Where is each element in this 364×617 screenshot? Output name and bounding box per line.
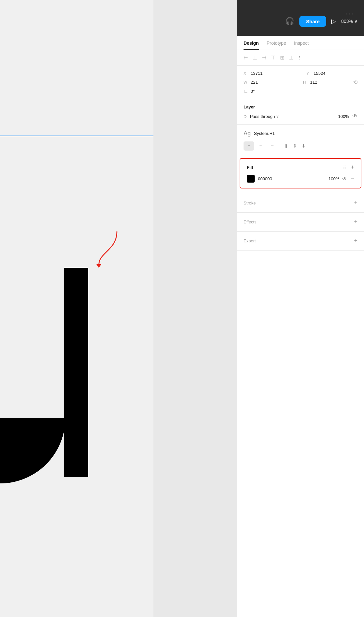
share-button[interactable]: Share [299, 16, 326, 27]
y-value[interactable]: 15524 [314, 71, 358, 76]
zoom-label[interactable]: 803% ∨ [341, 19, 357, 24]
layer-visibility-icon[interactable]: 👁 [352, 113, 357, 119]
svg-marker-0 [96, 264, 101, 268]
tab-prototype[interactable]: Prototype [267, 41, 286, 50]
stroke-add-button[interactable]: + [354, 200, 357, 206]
x-label: X [244, 71, 248, 76]
right-panel: ··· 🎧 Share ▷ 803% ∨ Design Prototype In… [237, 0, 364, 617]
zoom-value: 803% [341, 19, 353, 24]
effects-section: Effects + [237, 213, 364, 232]
fill-opacity-value[interactable]: 100% [328, 176, 339, 181]
fill-visibility-icon[interactable]: 👁 [342, 176, 347, 182]
play-icon[interactable]: ▷ [331, 18, 336, 25]
headphone-icon[interactable]: 🎧 [285, 17, 294, 25]
text-toolbar: ≡ ≡ ≡ ⬆ ⇕ ⬇ ··· [244, 141, 357, 151]
font-name[interactable]: System.H1 [254, 131, 275, 136]
align-center-h-icon[interactable]: ⊥ [253, 55, 257, 61]
blend-mode-chevron: ∨ [276, 114, 279, 119]
effects-add-button[interactable]: + [354, 219, 357, 225]
typography-icon: Ag [244, 130, 251, 137]
zoom-chevron: ∨ [354, 19, 357, 24]
wh-row: W 221 H 112 ⟲ [244, 79, 357, 85]
canvas-black-arc [0, 418, 65, 483]
align-center-text-button[interactable]: ≡ [255, 141, 266, 151]
stroke-title: Stroke [244, 201, 256, 205]
top-bar: ··· 🎧 Share ▷ 803% ∨ [237, 0, 364, 36]
align-bottom-icon[interactable]: ⊥ [289, 55, 293, 61]
w-label: W [244, 80, 248, 85]
export-section: Export + [237, 232, 364, 251]
stroke-section: Stroke + [237, 194, 364, 213]
lock-proportions-icon[interactable]: ⟲ [353, 79, 357, 85]
text-align-toolbar: ≡ ≡ ≡ [244, 141, 277, 151]
y-label: Y [307, 71, 311, 76]
alignment-toolbar: ⊢ ⊥ ⊣ ⊤ ⊞ ⊥ ⫶ [237, 50, 364, 66]
layer-section: Layer ○ Pass through ∨ 100% 👁 [237, 99, 364, 125]
fill-actions: ⠿ + [343, 164, 354, 171]
export-title: Export [244, 238, 256, 243]
tab-inspect[interactable]: Inspect [294, 41, 309, 50]
angle-icon: ∟ [244, 89, 248, 94]
top-bar-inner: 🎧 Share ▷ 803% ∨ [285, 16, 357, 27]
align-center-v-icon[interactable]: ⊞ [280, 55, 284, 61]
panel-tabs: Design Prototype Inspect [237, 36, 364, 50]
layer-row: ○ Pass through ∨ 100% 👁 [244, 113, 357, 119]
section-gap [237, 190, 364, 194]
xy-row: X 13711 Y 15524 [244, 71, 357, 76]
layer-opacity[interactable]: 100% [338, 114, 349, 119]
valign-bottom-icon[interactable]: ⬇ [300, 142, 307, 150]
text-vertical-toolbar: ⬆ ⇕ ⬇ [283, 142, 307, 150]
tab-design[interactable]: Design [244, 41, 259, 50]
align-right-text-button[interactable]: ≡ [267, 141, 277, 151]
layer-title: Layer [244, 105, 357, 109]
fill-color-swatch[interactable] [247, 175, 255, 183]
canvas-blue-line [0, 136, 153, 136]
text-more-options[interactable]: ··· [309, 143, 313, 149]
blend-mode-selector[interactable]: Pass through ∨ [250, 114, 335, 119]
export-add-button[interactable]: + [354, 237, 357, 244]
angle-row: ∟ 0° [244, 89, 357, 94]
red-arrow-annotation [91, 229, 127, 268]
fill-hex-value[interactable]: 000000 [258, 176, 325, 181]
fill-add-button[interactable]: + [351, 164, 354, 171]
type-header: Ag System.H1 [244, 130, 357, 137]
effects-title: Effects [244, 219, 257, 224]
align-left-icon[interactable]: ⊢ [244, 55, 248, 61]
coordinates-section: X 13711 Y 15524 W 221 H 112 ⟲ ∟ 0° [237, 66, 364, 99]
fill-header: Fill ⠿ + [247, 164, 354, 171]
fill-section-wrapper: Fill ⠿ + 000000 100% 👁 − [237, 156, 364, 190]
fill-section: Fill ⠿ + 000000 100% 👁 − [240, 158, 361, 188]
align-top-icon[interactable]: ⊤ [271, 55, 276, 61]
valign-middle-icon[interactable]: ⇕ [292, 142, 298, 150]
h-value[interactable]: 112 [310, 80, 351, 85]
align-left-text-button[interactable]: ≡ [244, 141, 254, 151]
menu-dots[interactable]: ··· [346, 10, 354, 17]
fill-row: 000000 100% 👁 − [247, 175, 354, 183]
blend-mode-icon: ○ [244, 113, 247, 119]
angle-value[interactable]: 0° [251, 89, 357, 94]
fill-dots-icon[interactable]: ⠿ [343, 165, 346, 170]
canvas-black-rect [64, 268, 88, 477]
fill-title: Fill [247, 165, 253, 170]
typography-section: Ag System.H1 ≡ ≡ ≡ ⬆ ⇕ ⬇ ··· [237, 125, 364, 156]
bottom-area [237, 251, 364, 617]
fill-remove-button[interactable]: − [351, 175, 354, 182]
blend-mode-value: Pass through [250, 114, 275, 119]
x-value[interactable]: 13711 [251, 71, 295, 76]
canvas-area [0, 0, 153, 617]
valign-top-icon[interactable]: ⬆ [283, 142, 290, 150]
distribute-icon[interactable]: ⫶ [298, 55, 301, 61]
align-right-icon[interactable]: ⊣ [262, 55, 266, 61]
w-value[interactable]: 221 [251, 80, 291, 85]
h-label: H [303, 80, 308, 85]
